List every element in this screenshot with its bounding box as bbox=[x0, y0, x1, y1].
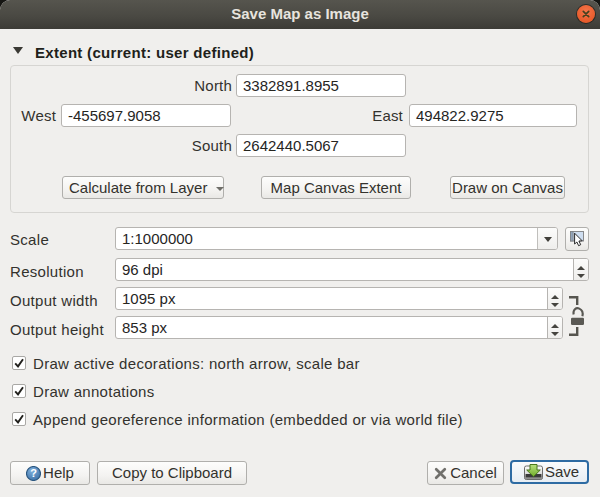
svg-text:?: ? bbox=[30, 467, 37, 479]
